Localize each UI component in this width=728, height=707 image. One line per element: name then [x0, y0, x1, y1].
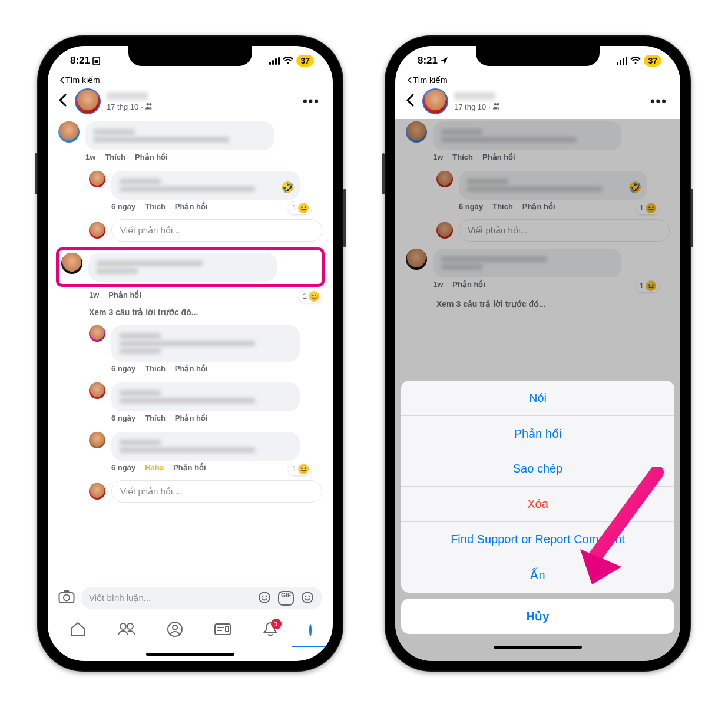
- camera-icon[interactable]: [58, 590, 75, 606]
- comment-bubble[interactable]: 🤣: [111, 171, 300, 200]
- commenter-avatar[interactable]: [61, 253, 82, 274]
- notch: [476, 46, 600, 66]
- svg-rect-1: [95, 60, 98, 63]
- comment-time: 1w: [89, 290, 99, 299]
- notification-badge: 1: [271, 619, 282, 629]
- back-button[interactable]: [58, 92, 69, 111]
- self-avatar[interactable]: [89, 483, 105, 500]
- like-button[interactable]: Thích: [145, 364, 166, 373]
- reply-input[interactable]: Viết phản hồi...: [111, 219, 322, 242]
- sheet-speak[interactable]: Nói: [401, 381, 674, 416]
- cellular-icon: [617, 57, 627, 65]
- tab-bar: 1: [48, 614, 333, 647]
- cellular-icon: [269, 57, 280, 65]
- sheet-report[interactable]: Find Support or Report Comment: [401, 522, 674, 557]
- post-header: 17 thg 10· •••: [48, 86, 333, 119]
- comment-bubble[interactable]: [111, 325, 300, 362]
- tab-notifications[interactable]: 1: [263, 621, 278, 640]
- post-author-avatar[interactable]: [75, 88, 101, 114]
- more-button[interactable]: •••: [300, 91, 322, 111]
- like-button[interactable]: Thích: [145, 414, 166, 422]
- commenter-avatar[interactable]: [89, 382, 105, 399]
- more-button[interactable]: •••: [648, 91, 670, 111]
- comment-time: 1w: [85, 153, 95, 161]
- comment-reply[interactable]: 6 ngày Haha Phản hồi 1😆: [48, 430, 333, 479]
- sheet-reply[interactable]: Phản hồi: [401, 416, 674, 451]
- post-author-avatar[interactable]: [422, 88, 448, 114]
- tab-profile[interactable]: [167, 622, 183, 639]
- wifi-icon: [283, 57, 293, 65]
- view-previous-replies[interactable]: Xem 3 câu trả lời trước đó...: [48, 304, 333, 323]
- comment-bubble[interactable]: [88, 253, 277, 282]
- reply-button[interactable]: Phản hồi: [173, 463, 206, 472]
- comment-time: 6 ngày: [111, 463, 135, 472]
- sheet-delete[interactable]: Xóa: [401, 487, 674, 522]
- reply-button[interactable]: Phản hồi: [108, 290, 141, 299]
- sheet-cancel[interactable]: Hủy: [401, 599, 674, 634]
- battery-level: 37: [644, 55, 661, 67]
- reaction-count[interactable]: 1😆: [299, 290, 322, 303]
- comment-reply[interactable]: 🤣 6 ngày Thích Phản hồi 1😆: [48, 169, 333, 218]
- home-indicator[interactable]: [48, 647, 333, 661]
- back-button[interactable]: [406, 92, 416, 111]
- status-time: 8:21: [418, 55, 438, 67]
- reply-input-row: Viết phản hồi...: [48, 218, 333, 246]
- svg-point-13: [173, 625, 177, 630]
- comment-input[interactable]: Viết bình luận... GIF: [81, 587, 322, 609]
- tab-friends[interactable]: [117, 622, 136, 639]
- svg-point-5: [262, 595, 264, 597]
- commenter-avatar[interactable]: [89, 325, 105, 342]
- like-button[interactable]: Thích: [105, 153, 125, 161]
- tab-home[interactable]: [70, 622, 86, 639]
- reply-button[interactable]: Phản hồi: [175, 202, 208, 211]
- phone-left: 8:21 37 Tìm kiếm: [37, 35, 343, 672]
- composer: Viết bình luận... GIF: [48, 582, 333, 614]
- battery-level: 37: [296, 55, 314, 67]
- gif-icon[interactable]: GIF: [278, 591, 294, 606]
- location-icon: [440, 57, 448, 65]
- sticker-icon[interactable]: [258, 591, 271, 606]
- phone-right: 8:21 37 Tìm kiếm: [385, 35, 691, 672]
- comment-bubble[interactable]: [111, 382, 300, 411]
- action-sheet: Nói Phản hồi Sao chép Xóa Find Support o…: [401, 381, 674, 654]
- reply-button[interactable]: Phản hồi: [175, 414, 208, 422]
- reply-button[interactable]: Phản hồi: [175, 364, 208, 373]
- reaction-count[interactable]: 1😆: [288, 201, 312, 214]
- breadcrumb[interactable]: Tìm kiếm: [395, 75, 680, 86]
- like-button[interactable]: Thích: [145, 202, 166, 211]
- svg-point-11: [127, 623, 133, 629]
- commenter-avatar[interactable]: [58, 121, 80, 143]
- home-indicator[interactable]: [401, 640, 674, 654]
- comment-time: 6 ngày: [111, 414, 135, 422]
- svg-point-8: [305, 595, 307, 597]
- comment-bubble[interactable]: [111, 432, 300, 461]
- reply-input[interactable]: Viết phản hồi...: [111, 480, 322, 503]
- post-header: 17 thg 10· •••: [395, 86, 680, 119]
- tab-menu[interactable]: [309, 625, 312, 636]
- reply-button[interactable]: Phản hồi: [135, 153, 168, 161]
- comment-bubble[interactable]: [85, 121, 274, 150]
- haha-button[interactable]: Haha: [145, 463, 164, 472]
- tab-news[interactable]: [214, 623, 231, 638]
- self-avatar[interactable]: [89, 222, 105, 239]
- post-author-name[interactable]: [454, 92, 495, 100]
- comments-area: 1w Thích Phản hồi 🤣 6 ngày: [395, 119, 680, 661]
- commenter-avatar[interactable]: [89, 171, 105, 187]
- comment[interactable]: 1w Thích Phản hồi: [48, 119, 333, 169]
- post-author-name[interactable]: [107, 92, 148, 100]
- sheet-copy[interactable]: Sao chép: [401, 451, 674, 487]
- sheet-hide[interactable]: Ẩn: [401, 557, 674, 593]
- svg-point-6: [266, 595, 267, 597]
- svg-point-10: [120, 623, 126, 629]
- svg-point-4: [259, 592, 270, 603]
- commenter-avatar[interactable]: [89, 432, 105, 448]
- svg-point-3: [64, 595, 70, 601]
- svg-rect-17: [226, 626, 229, 632]
- reaction-count[interactable]: 1😆: [288, 462, 312, 475]
- laugh-emoji: 🤣: [281, 181, 294, 194]
- comment-reply[interactable]: 6 ngày Thích Phản hồi: [48, 323, 333, 380]
- emoji-icon[interactable]: [301, 591, 314, 606]
- post-date: 17 thg 10·: [107, 103, 294, 111]
- breadcrumb[interactable]: Tìm kiếm: [48, 75, 333, 86]
- comment-reply[interactable]: 6 ngày Thích Phản hồi: [48, 380, 333, 430]
